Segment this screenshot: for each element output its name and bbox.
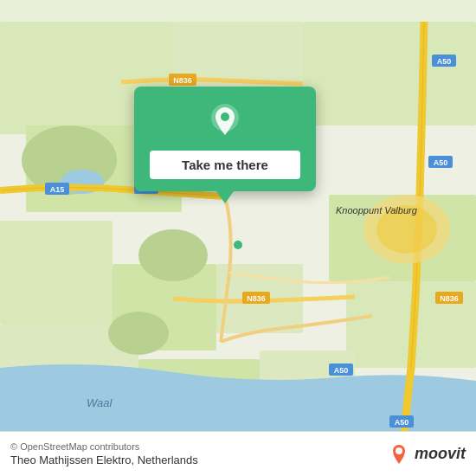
location-name: Theo Mathijssen Elektro, Netherlands (10, 453, 198, 466)
svg-point-41 (221, 113, 229, 121)
take-me-there-button[interactable]: Take me there (150, 151, 300, 179)
svg-text:A15: A15 (50, 185, 65, 194)
svg-text:A50: A50 (434, 158, 448, 167)
copyright-text: © OpenStreetMap contributors (10, 441, 198, 452)
svg-rect-4 (303, 22, 476, 125)
svg-text:A50: A50 (334, 366, 349, 375)
moovit-logo: moovit (387, 442, 466, 466)
moovit-brand-text: moovit (415, 445, 466, 463)
svg-text:N836: N836 (247, 294, 266, 303)
svg-text:Knooppunt Valburg: Knooppunt Valburg (336, 205, 418, 215)
popup-card: Take me there (134, 87, 316, 191)
bottom-bar: © OpenStreetMap contributors Theo Mathij… (0, 431, 476, 476)
svg-text:A50: A50 (437, 57, 452, 66)
map-svg: A15 A15 N836 N836 N836 A50 A50 A50 A50 K… (0, 0, 476, 476)
svg-point-42 (396, 447, 402, 454)
bottom-bar-content: © OpenStreetMap contributors Theo Mathij… (10, 441, 466, 466)
svg-point-15 (108, 312, 169, 355)
svg-point-39 (234, 241, 242, 249)
svg-text:Waal: Waal (87, 396, 113, 409)
svg-point-14 (138, 229, 208, 281)
svg-text:A50: A50 (395, 418, 409, 427)
bottom-left-info: © OpenStreetMap contributors Theo Mathij… (10, 441, 198, 466)
svg-text:N836: N836 (173, 76, 192, 85)
map-container: A15 A15 N836 N836 N836 A50 A50 A50 A50 K… (0, 0, 476, 476)
svg-rect-5 (0, 221, 113, 325)
location-pin-icon (206, 102, 244, 140)
moovit-pin-icon (387, 442, 411, 466)
svg-text:N836: N836 (440, 294, 459, 303)
